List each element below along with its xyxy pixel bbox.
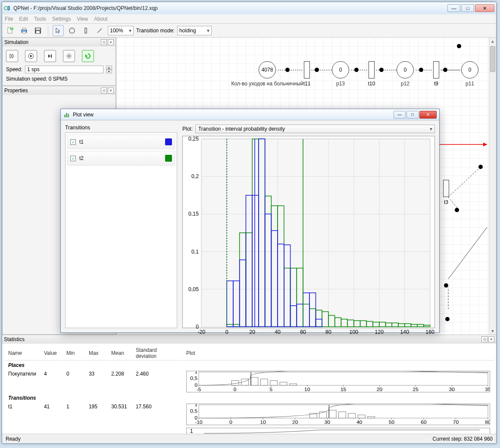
svg-text:0: 0 [225,329,228,335]
checkbox-icon[interactable]: ✓ [70,156,76,161]
speed-spinner[interactable]: ▴▾ [106,66,112,73]
transition-mode-select[interactable]: holding [177,26,212,35]
transition-item-t2[interactable]: ✓ t2 [67,151,175,166]
transition-node[interactable] [369,61,375,78]
transitions-pane: Transitions ✓ t1 ✓ t2 [65,125,177,328]
svg-text:20: 20 [292,419,298,425]
col-max[interactable]: Max [85,346,107,360]
svg-line-19 [448,167,481,197]
place-tool-button[interactable] [66,25,78,36]
plot-close-button[interactable]: ✕ [419,111,437,119]
sim-stop-button[interactable] [63,50,75,62]
token-icon [444,283,448,288]
panel-close-button[interactable]: × [488,336,494,342]
transition-node[interactable] [433,61,439,78]
plot-view-window[interactable]: Plot view — □ ✕ Transitions ✓ t1 ✓ t2 [60,109,440,333]
svg-text:1: 1 [190,428,193,434]
transition-node[interactable] [304,61,310,78]
toolbar: + 100% Transition mode: holding [2,24,496,38]
svg-text:30: 30 [325,419,331,425]
sim-fastforward-button[interactable] [6,50,18,62]
table-row[interactable]: t1 41 1 195 30.531 17.560 00,51-10010203… [5,403,494,426]
svg-text:0,25: 0,25 [188,136,199,142]
col-mean[interactable]: Mean [108,346,131,360]
zoom-select[interactable]: 100% [108,26,134,35]
place-node[interactable]: 0 [397,61,414,78]
transition-tool-button[interactable] [80,25,91,36]
place-node[interactable]: 0 [332,61,349,78]
panel-float-button[interactable]: ◇ [101,88,107,94]
token-icon [457,44,461,48]
svg-rect-1 [8,6,9,10]
panel-close-button[interactable]: × [108,88,114,94]
table-row[interactable]: Покупатели 4 0 33 2.208 2.460 00,51-5051… [5,370,494,393]
svg-text:120: 120 [375,329,384,335]
token-icon [419,68,423,72]
close-button[interactable]: ✕ [475,4,494,12]
col-value[interactable]: Value [41,346,62,360]
statistics-panel: Statistics◇× Name Value Min Max Mean Sta… [2,335,496,434]
chart-area: -2002040608010012014016000,050,10,150,20… [182,136,435,328]
menu-settings[interactable]: Settings [52,16,71,22]
minimize-button[interactable]: — [447,4,460,12]
titlebar[interactable]: QPNet - F:/projs/Visual Studio 2008/Proj… [2,2,496,14]
arc [278,70,303,70]
new-button[interactable]: + [5,25,16,36]
statistics-title: Statistics [4,336,25,342]
plot-view-title: Plot view [73,112,393,118]
svg-text:160: 160 [425,329,434,335]
col-plot[interactable]: Plot [183,346,494,360]
svg-text:0: 0 [234,386,237,392]
properties-panel-title: Properties [4,88,28,94]
svg-text:35: 35 [485,386,490,392]
checkbox-icon[interactable]: ✓ [70,139,76,145]
sim-speed-text: Simulation speed: 0 SPMS [6,76,112,82]
status-ready: Ready [6,436,21,442]
sim-step-button[interactable] [44,50,56,62]
plot-minimize-button[interactable]: — [394,111,406,119]
sim-play-button[interactable] [25,50,37,62]
svg-rect-23 [199,372,488,385]
sim-reset-button[interactable] [82,50,94,62]
svg-text:15: 15 [341,386,347,392]
menu-file[interactable]: File [5,16,13,22]
pointer-tool-button[interactable] [53,25,64,36]
svg-rect-15 [51,54,52,58]
col-min[interactable]: Min [63,346,84,360]
toolbar-separator [48,25,48,36]
plot-type-select[interactable]: Transition - interval probability densit… [195,125,435,133]
panel-close-button[interactable]: × [108,39,114,45]
speed-input[interactable] [25,66,103,73]
svg-point-11 [69,28,75,33]
svg-text:5: 5 [269,386,272,392]
svg-rect-86 [64,115,66,117]
plot-icon [63,111,70,118]
arc-tool-button[interactable] [94,25,105,36]
maximize-button[interactable]: □ [461,4,474,12]
transition-item-t1[interactable]: ✓ t1 [67,135,175,149]
place-node[interactable]: 4078 [259,61,276,78]
save-button[interactable] [32,25,44,36]
category-places: Places [5,361,494,369]
table-row[interactable]: 1 [5,427,494,434]
panel-float-button[interactable]: ◇ [101,39,107,45]
print-button[interactable] [19,25,30,36]
col-std[interactable]: Standard deviation [132,346,182,360]
transition-node[interactable] [443,180,449,197]
mini-plot: 00,51-505101520253035 [186,371,490,392]
arc [351,70,367,70]
menu-tools[interactable]: Tools [34,16,46,22]
plot-maximize-button[interactable]: □ [406,111,419,119]
svg-text:0,2: 0,2 [191,173,199,179]
panel-float-button[interactable]: ◇ [481,336,487,342]
plot-view-titlebar[interactable]: Plot view — □ ✕ [61,109,439,120]
place-node[interactable]: 0 [461,61,478,78]
svg-text:-10: -10 [195,419,203,425]
svg-text:80: 80 [485,419,490,425]
svg-text:1: 1 [194,404,197,407]
col-name[interactable]: Name [5,346,40,360]
svg-text:1: 1 [194,371,197,374]
menu-view[interactable]: View [77,16,88,22]
menu-edit[interactable]: Edit [19,16,28,22]
menu-about[interactable]: About [94,16,107,22]
